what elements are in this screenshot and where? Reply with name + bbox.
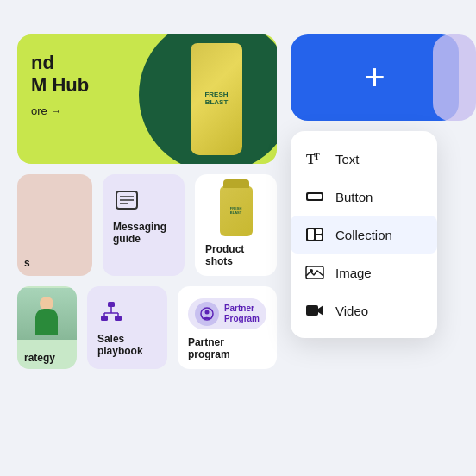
cell-sales-playbook[interactable]: Sales playbook	[87, 286, 167, 369]
purple-card-decorative	[433, 34, 476, 121]
svg-rect-23	[306, 305, 318, 316]
svg-rect-4	[108, 302, 115, 307]
text-icon: T T	[304, 148, 325, 169]
plus-icon: +	[364, 60, 385, 96]
sales-playbook-label: Sales playbook	[97, 333, 157, 357]
menu-item-button[interactable]: Button	[291, 178, 437, 216]
svg-rect-18	[308, 229, 314, 240]
grid-row-2: rategy Sales playbook	[17, 286, 277, 369]
svg-rect-16	[308, 194, 322, 199]
dropdown-menu: T T Text Button	[291, 131, 437, 338]
svg-point-12	[204, 310, 209, 315]
menu-item-text[interactable]: T T Text	[291, 140, 437, 178]
partner-icon	[195, 302, 219, 326]
menu-text-label: Text	[335, 152, 360, 166]
image-icon	[304, 262, 325, 283]
main-container: nd M Hub ore → FRESH BLAST s	[0, 0, 476, 476]
button-icon	[304, 186, 325, 207]
menu-video-label: Video	[335, 304, 368, 318]
svg-rect-20	[316, 235, 322, 240]
svg-rect-5	[101, 316, 108, 321]
right-column: + T T Text	[291, 34, 459, 459]
hero-can: FRESH BLAST	[182, 34, 251, 164]
hero-banner[interactable]: nd M Hub ore → FRESH BLAST	[17, 34, 277, 164]
menu-item-collection[interactable]: Collection	[291, 216, 437, 254]
product-shots-label: Product shots	[205, 243, 266, 267]
can-label: FRESH BLAST	[204, 91, 228, 107]
menu-image-label: Image	[335, 266, 372, 280]
mini-can: FRESHBLAST	[220, 186, 253, 236]
hero-link[interactable]: ore →	[31, 104, 61, 117]
menu-collection-label: Collection	[335, 228, 392, 242]
cell-partner-program[interactable]: PartnerProgram Partner program	[178, 286, 277, 369]
rategy-label: rategy	[17, 347, 62, 369]
svg-rect-19	[316, 229, 322, 234]
svg-rect-6	[115, 316, 122, 321]
partner-program-label: Partner program	[188, 336, 266, 360]
cell-messaging[interactable]: Messaging guide	[103, 174, 185, 276]
messaging-label: Messaging guide	[113, 221, 174, 245]
cell-s-label: s	[24, 257, 30, 269]
cell-rategy[interactable]: rategy	[17, 286, 77, 369]
video-icon	[304, 300, 325, 321]
partner-text: PartnerProgram	[224, 304, 260, 324]
can-body: FRESH BLAST	[191, 43, 242, 155]
menu-item-image[interactable]: Image	[291, 254, 437, 291]
menu-button-label: Button	[335, 190, 373, 204]
cell-product-shots[interactable]: FRESHBLAST Product shots	[195, 174, 277, 276]
left-column: nd M Hub ore → FRESH BLAST s	[17, 34, 277, 459]
collection-icon	[304, 224, 325, 245]
cell-s[interactable]: s	[17, 174, 92, 276]
svg-text:T: T	[314, 152, 320, 161]
menu-item-video[interactable]: Video	[291, 291, 437, 329]
messaging-icon	[113, 186, 141, 214]
hierarchy-icon	[97, 298, 125, 326]
grid-row-1: s Messaging guide FRESHBLAST	[17, 174, 277, 276]
partner-badge: PartnerProgram	[188, 298, 266, 329]
